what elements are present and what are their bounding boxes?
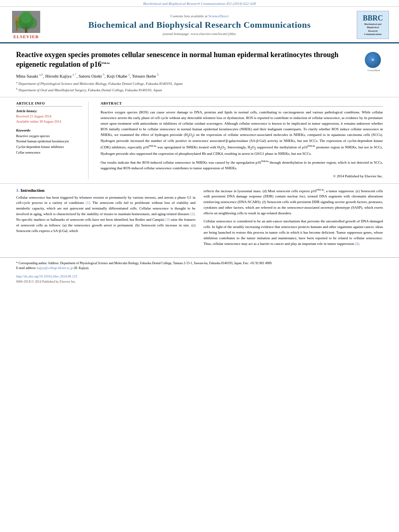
available-date: Available online 30 August 2014 <box>16 119 82 124</box>
elsevier-logo: ELSEVIER <box>8 11 44 39</box>
abstract-text: Reactive oxygen species (ROS) can cause … <box>101 110 383 179</box>
crossmark-icon: ✕ <box>365 52 381 68</box>
crossmark-label: CrossMark <box>365 69 383 72</box>
article-history: Article history: Received 21 August 2014… <box>16 109 82 124</box>
journal-citation: Biochemical and Biophysical Research Com… <box>0 0 399 7</box>
ref-3: [3] <box>165 218 170 222</box>
footnote-corresponding: * Corresponding author. Address: Departm… <box>16 261 383 266</box>
sciencedirect-link[interactable]: Contents lists available at ScienceDirec… <box>48 14 351 18</box>
ref-2: [2] <box>190 212 195 216</box>
journal-full-name: Biochemical and Biophysical Research Com… <box>48 20 351 30</box>
intro-paragraph-1: Cellular senescence has been triggered b… <box>16 195 195 234</box>
journal-title-area: Contents lists available at ScienceDirec… <box>44 14 355 36</box>
ref-1: [1] <box>86 201 90 205</box>
email-link[interactable]: kajiya@college.fdcnet.ac.jp <box>37 266 73 270</box>
title-with-badge: Reactive oxygen species promotes cellula… <box>16 50 383 73</box>
affiliation-b: b Department of Oral and Maxillofacial S… <box>16 87 383 93</box>
intro-left-column: 1. Introduction Cellular senescence has … <box>16 188 195 249</box>
article-body: ARTICLE INFO Article history: Received 2… <box>0 97 399 183</box>
keyword-4: Cellar senescence <box>16 150 82 156</box>
doi-link[interactable]: http://dx.doi.org/10.1016/j.bbrc.2014.08… <box>16 274 77 278</box>
introduction-section: 1. Introduction Cellular senescence has … <box>0 184 399 253</box>
abstract-title: ABSTRACT <box>101 101 383 107</box>
journal-homepage: journal homepage: www.elsevier.com/locat… <box>48 32 351 36</box>
crossmark-badge[interactable]: ✕ CrossMark <box>365 52 383 72</box>
ref-4: [4] <box>355 242 360 246</box>
intro-paragraph-2: reflects the increase in lysosomal mass.… <box>204 188 383 217</box>
article-title-section: Reactive oxygen species promotes cellula… <box>0 43 399 97</box>
abstract-paragraph-2: Our results indicate that the ROS-induce… <box>101 159 383 171</box>
affiliation-a: a Department of Physiological Science an… <box>16 80 383 87</box>
received-date: Received 21 August 2014 <box>16 114 82 119</box>
article-title: Reactive oxygen species promotes cellula… <box>16 50 359 70</box>
doi-line: http://dx.doi.org/10.1016/j.bbrc.2014.08… <box>0 272 399 279</box>
svg-point-4 <box>21 11 32 23</box>
elsevier-name-label: ELSEVIER <box>13 34 39 39</box>
bbrc-full-name: Biochemical andBiophysicalResearchCommun… <box>364 23 382 36</box>
intro-right-text: reflects the increase in lysosomal mass.… <box>204 188 383 247</box>
sciencedirect-anchor[interactable]: ScienceDirect <box>208 14 228 18</box>
intro-right-column: reflects the increase in lysosomal mass.… <box>204 188 383 249</box>
article-info-title: ARTICLE INFO <box>16 101 82 107</box>
article-info-column: ARTICLE INFO Article history: Received 2… <box>16 101 88 179</box>
keyword-2: Normal human epidermal keratinocyte <box>16 139 82 144</box>
abstract-paragraph-1: Reactive oxygen species (ROS) can cause … <box>101 110 383 156</box>
authors-list: Mina Sasaki a,b, Hiroshi Kajiya a,*, Sat… <box>16 73 383 78</box>
footnote-email: E-mail address: kajiya@college.fdcnet.ac… <box>16 266 383 271</box>
bbrc-abbreviation: BBRC <box>363 14 383 23</box>
svg-point-6 <box>14 17 20 21</box>
affiliations: a Department of Physiological Science an… <box>16 80 383 93</box>
abstract-section: ABSTRACT Reactive oxygen species (ROS) c… <box>97 101 383 179</box>
keyword-3: Cyclin-dependent kinase inhibitors <box>16 144 82 150</box>
email-name: (H. Kajiya). <box>74 266 89 270</box>
history-label: Article history: <box>16 109 82 113</box>
ink4a-superscript: INK4a <box>101 62 109 65</box>
bbrc-logo: BBRC Biochemical andBiophysicalResearchC… <box>357 11 389 39</box>
intro-left-text: Cellular senescence has been triggered b… <box>16 195 195 234</box>
intro-paragraph-3: Cellular senescence is considered to be … <box>204 219 383 247</box>
keywords-label: Keywords: <box>16 128 82 132</box>
issn-line: 0006-291X/© 2014 Published by Elsevier I… <box>0 279 399 286</box>
keywords-section: Keywords: Reactive oxygen species Normal… <box>16 128 82 155</box>
intro-section-title: 1. Introduction <box>16 188 195 193</box>
keyword-1: Reactive oxygen species <box>16 134 82 139</box>
journal-header: ELSEVIER Contents lists available at Sci… <box>0 7 399 43</box>
elsevier-tree-image <box>12 11 40 33</box>
bbrc-logo-container: BBRC Biochemical andBiophysicalResearchC… <box>355 11 391 39</box>
copyright-line: © 2014 Published by Elsevier Inc. <box>101 174 383 179</box>
issn-text: 0006-291X/© 2014 Published by Elsevier I… <box>16 280 76 283</box>
footnote-section: * Corresponding author. Address: Departm… <box>0 257 399 272</box>
